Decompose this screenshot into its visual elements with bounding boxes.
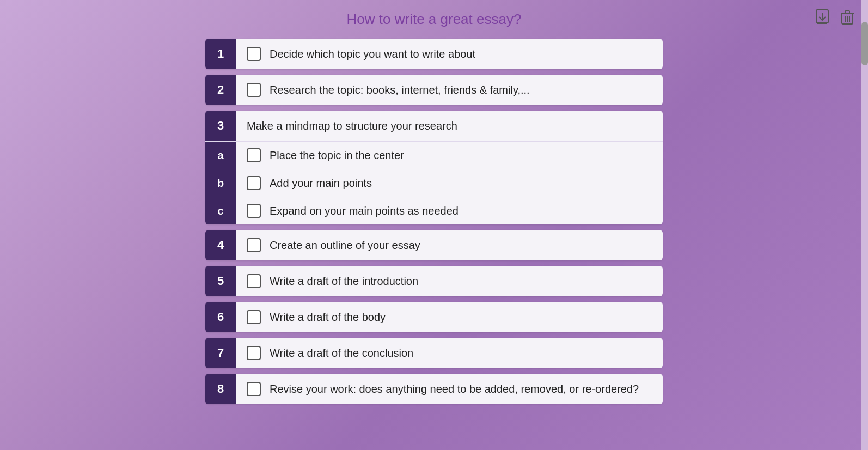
- sub-item-content: Add your main points: [236, 169, 663, 197]
- sub-item-label: a: [205, 142, 236, 169]
- list-item-with-subitems: 3 Make a mindmap to structure your resea…: [205, 111, 663, 224]
- svg-rect-5: [845, 11, 849, 13]
- download-button[interactable]: [812, 8, 832, 27]
- checkbox[interactable]: [247, 204, 261, 218]
- sub-item-label: b: [205, 169, 236, 197]
- checkbox[interactable]: [247, 274, 261, 288]
- item-number: 2: [205, 75, 236, 105]
- checklist-container: 1 Decide which topic you want to write a…: [205, 39, 663, 404]
- item-number: 4: [205, 230, 236, 260]
- item-number: 3: [205, 111, 236, 141]
- item-text: Write a draft of the body: [270, 311, 386, 324]
- item-content: Write a draft of the introduction: [236, 266, 663, 296]
- item-text: Make a mindmap to structure your researc…: [247, 120, 457, 132]
- page-title: How to write a great essay?: [0, 11, 868, 28]
- checkbox[interactable]: [247, 176, 261, 190]
- sub-item-row: a Place the topic in the center: [205, 141, 663, 169]
- list-item: 5 Write a draft of the introduction: [205, 266, 663, 296]
- sub-item-text: Add your main points: [270, 177, 372, 190]
- checkbox[interactable]: [247, 83, 261, 97]
- item-text: Write a draft of the conclusion: [270, 347, 413, 360]
- item-content: Create an outline of your essay: [236, 230, 663, 260]
- list-item: 6 Write a draft of the body: [205, 302, 663, 332]
- scrollbar[interactable]: [861, 0, 868, 450]
- checkbox[interactable]: [247, 238, 261, 252]
- sub-item-row: b Add your main points: [205, 169, 663, 197]
- delete-button[interactable]: [838, 8, 857, 27]
- item-number: 1: [205, 39, 236, 69]
- item-content: Decide which topic you want to write abo…: [236, 39, 663, 69]
- item-text: Revise your work: does anything need to …: [270, 383, 639, 396]
- list-item: 1 Decide which topic you want to write a…: [205, 39, 663, 69]
- list-item: 4 Create an outline of your essay: [205, 230, 663, 260]
- checkbox[interactable]: [247, 310, 261, 324]
- item-number: 7: [205, 338, 236, 368]
- checkbox[interactable]: [247, 382, 261, 396]
- sub-item-text: Expand on your main points as needed: [270, 205, 459, 217]
- item-content: Revise your work: does anything need to …: [236, 374, 663, 404]
- scrollbar-thumb[interactable]: [861, 22, 868, 65]
- item-number: 8: [205, 374, 236, 404]
- item-number: 5: [205, 266, 236, 296]
- checkbox[interactable]: [247, 346, 261, 360]
- checkbox[interactable]: [247, 148, 261, 162]
- list-item: 8 Revise your work: does anything need t…: [205, 374, 663, 404]
- item-number: 6: [205, 302, 236, 332]
- sub-item-text: Place the topic in the center: [270, 149, 404, 162]
- list-item: 7 Write a draft of the conclusion: [205, 338, 663, 368]
- sub-item-label: c: [205, 197, 236, 224]
- item-content: Write a draft of the body: [236, 302, 663, 332]
- item-text: Write a draft of the introduction: [270, 275, 418, 288]
- item-text: Decide which topic you want to write abo…: [270, 48, 475, 60]
- sub-item-row: c Expand on your main points as needed: [205, 197, 663, 224]
- sub-item-content: Place the topic in the center: [236, 142, 663, 169]
- item-text: Research the topic: books, internet, fri…: [270, 84, 530, 96]
- item-content: Make a mindmap to structure your researc…: [236, 111, 663, 141]
- toolbar: [812, 8, 857, 27]
- item-content: Research the topic: books, internet, fri…: [236, 75, 663, 105]
- sub-item-content: Expand on your main points as needed: [236, 197, 663, 224]
- item-content: Write a draft of the conclusion: [236, 338, 663, 368]
- checkbox[interactable]: [247, 47, 261, 61]
- item-text: Create an outline of your essay: [270, 239, 420, 252]
- list-item: 2 Research the topic: books, internet, f…: [205, 75, 663, 105]
